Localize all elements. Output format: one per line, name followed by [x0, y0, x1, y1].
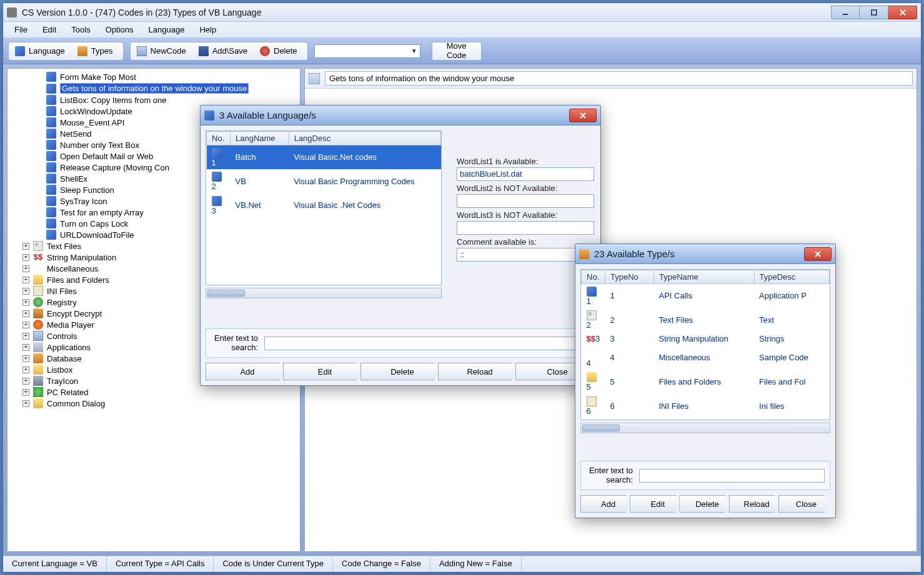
- type-row[interactable]: $$33String ManipulationStrings: [582, 332, 830, 346]
- copy-icon[interactable]: [309, 73, 320, 84]
- expand-icon[interactable]: +: [22, 378, 29, 385]
- language-dialog-titlebar[interactable]: 3 Available Language/s: [201, 106, 600, 125]
- type-dialog-close-button[interactable]: [804, 247, 832, 261]
- menu-tools[interactable]: Tools: [64, 22, 97, 37]
- wordlist2-input[interactable]: [457, 194, 594, 208]
- expand-icon[interactable]: +: [22, 400, 29, 407]
- toolbar-addsave-button[interactable]: Add\Save: [194, 44, 256, 59]
- tray-icon: [33, 376, 43, 386]
- cube-icon: [46, 151, 56, 161]
- expand-icon[interactable]: +: [22, 389, 29, 396]
- toolbar-newcode-button[interactable]: NewCode: [132, 44, 195, 59]
- expand-icon[interactable]: +: [22, 366, 29, 373]
- tree-category[interactable]: +Common Dialog: [11, 398, 299, 409]
- toolbar-delete-button[interactable]: Delete: [255, 44, 306, 59]
- row-icon: [587, 372, 597, 382]
- type-grid-hscroll[interactable]: [580, 423, 830, 433]
- menu-language[interactable]: Language: [141, 22, 192, 37]
- language-grid[interactable]: No. LangName LangDesc 1BatchVisual Basic…: [206, 130, 442, 285]
- type-row[interactable]: 22Text FilesText: [582, 308, 830, 332]
- maximize-button[interactable]: [860, 6, 888, 19]
- language-add-button[interactable]: Add: [206, 363, 286, 380]
- expand-icon[interactable]: +: [22, 288, 29, 295]
- minimize-button[interactable]: [831, 6, 860, 19]
- menu-help[interactable]: Help: [192, 22, 224, 37]
- type-add-button[interactable]: Add: [580, 495, 632, 513]
- menu-options[interactable]: Options: [98, 22, 141, 37]
- language-row[interactable]: 2VBVisual Basic Programming Codes: [207, 169, 441, 194]
- language-dialog[interactable]: 3 Available Language/s No. LangName Lang…: [200, 105, 601, 386]
- type-close-button[interactable]: Close: [778, 495, 830, 513]
- type-row[interactable]: 11API CallsApplication P: [582, 284, 830, 308]
- toolbar-combo[interactable]: ▼: [314, 44, 420, 58]
- language-row[interactable]: 3VB.NetVisual Basic .Net Codes: [207, 194, 441, 218]
- col-langdesc[interactable]: LangDesc: [289, 132, 440, 145]
- toolbar-language-button[interactable]: Language: [10, 44, 74, 59]
- type-dialog[interactable]: 23 Available Type/s No. TypeNo TypeName …: [575, 243, 836, 518]
- scrollbar-thumb[interactable]: [582, 425, 620, 431]
- language-row[interactable]: 1BatchVisual Basic.Net codes: [207, 145, 441, 170]
- expand-icon[interactable]: +: [22, 322, 29, 328]
- titlebar[interactable]: CS Version 1.0.0 - (747) Codes in (23) T…: [3, 3, 921, 22]
- tree-leaf[interactable]: Form Make Top Most: [11, 71, 299, 82]
- row-icon: [587, 287, 597, 297]
- menu-edit[interactable]: Edit: [35, 22, 64, 37]
- type-dialog-titlebar[interactable]: 23 Available Type/s: [575, 244, 835, 264]
- language-edit-button[interactable]: Edit: [283, 363, 363, 380]
- expand-icon[interactable]: +: [22, 355, 29, 362]
- database-icon: [33, 353, 43, 363]
- col-typeno[interactable]: TypeNo: [605, 270, 654, 284]
- svg-rect-1: [872, 10, 877, 15]
- type-row[interactable]: 66INI FilesIni files: [582, 394, 830, 418]
- expand-icon[interactable]: +: [22, 333, 29, 340]
- cube-icon: [46, 219, 56, 229]
- cube-icon: [46, 174, 56, 184]
- tree-leaf-label: LockWindowUpdate: [60, 107, 132, 116]
- language-reload-button[interactable]: Reload: [438, 363, 518, 380]
- language-dialog-title: 3 Available Language/s: [219, 110, 564, 120]
- language-search-input[interactable]: [264, 337, 590, 350]
- type-row[interactable]: 55Files and FoldersFiles and Fol: [582, 370, 830, 394]
- registry-icon: [33, 297, 43, 307]
- cube-icon: [46, 230, 56, 240]
- language-delete-button[interactable]: Delete: [360, 363, 440, 380]
- col-no[interactable]: No.: [582, 270, 605, 284]
- type-grid[interactable]: No. TypeNo TypeName TypeDesc 11API Calls…: [580, 269, 830, 420]
- menubar: File Edit Tools Options Language Help: [3, 22, 921, 38]
- expand-icon[interactable]: +: [22, 310, 29, 317]
- language-dialog-close-button[interactable]: [569, 109, 597, 122]
- type-reload-button[interactable]: Reload: [729, 495, 781, 513]
- col-typedesc[interactable]: TypeDesc: [754, 270, 829, 284]
- folder-icon: [33, 365, 43, 375]
- col-langname[interactable]: LangName: [231, 132, 289, 145]
- window-controls: [831, 6, 917, 19]
- language-search-row: Enter text to search:: [206, 328, 595, 358]
- tree-leaf[interactable]: Gets tons of information on the window y…: [11, 82, 299, 94]
- expand-icon[interactable]: +: [22, 299, 29, 306]
- language-grid-hscroll[interactable]: [206, 288, 442, 298]
- tree-leaf-label: NetSend: [60, 129, 92, 139]
- scrollbar-thumb[interactable]: [207, 290, 245, 297]
- type-delete-button[interactable]: Delete: [679, 495, 731, 513]
- col-typename[interactable]: TypeName: [653, 270, 754, 284]
- tree-leaf[interactable]: ListBox: Copy Items from one: [11, 94, 299, 106]
- type-row[interactable]: 77RegistryAccessing Re: [582, 418, 830, 420]
- expand-icon[interactable]: +: [22, 243, 29, 250]
- expand-icon[interactable]: +: [22, 344, 29, 351]
- pc-icon: [33, 387, 43, 397]
- close-button[interactable]: [888, 6, 917, 19]
- tree-category[interactable]: +PC Related: [11, 386, 299, 398]
- tree-leaf-label: Test for an empty Array: [60, 208, 144, 217]
- expand-icon[interactable]: +: [22, 254, 29, 261]
- type-search-input[interactable]: [639, 469, 825, 483]
- toolbar-movecode-button[interactable]: Move Code: [432, 42, 482, 61]
- type-edit-button[interactable]: Edit: [630, 495, 682, 513]
- tree-leaf-label: Gets tons of information on the window y…: [60, 83, 249, 94]
- toolbar-types-button[interactable]: Types: [72, 44, 122, 59]
- type-row[interactable]: 44MiscellaneousSample Code: [582, 346, 830, 370]
- col-no[interactable]: No.: [207, 132, 231, 145]
- expand-icon[interactable]: +: [22, 277, 29, 283]
- wordlist3-input[interactable]: [457, 221, 594, 235]
- menu-file[interactable]: File: [7, 22, 35, 37]
- expand-icon[interactable]: +: [22, 265, 29, 272]
